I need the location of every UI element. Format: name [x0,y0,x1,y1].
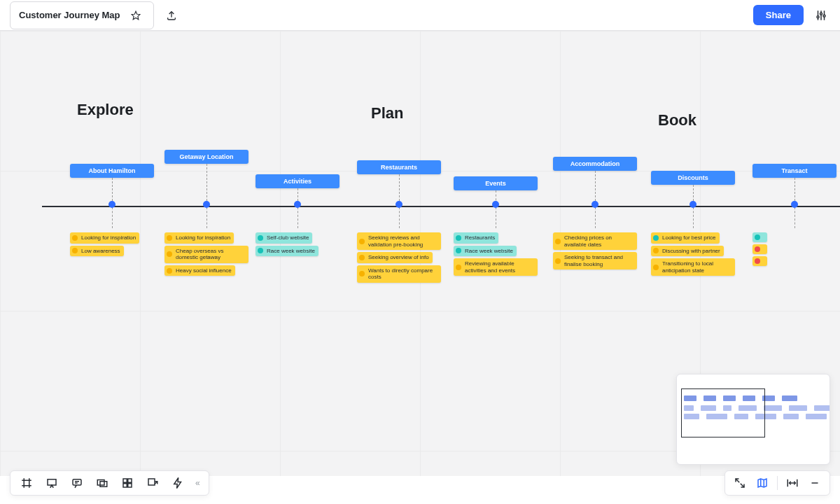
note-bullet-icon [167,235,172,241]
note-item[interactable]: Looking for best price [651,232,720,244]
favorite-star-icon[interactable] [127,6,145,24]
note-item[interactable]: Self-club website [255,232,312,244]
upload-icon[interactable] [162,6,181,24]
cards-icon[interactable] [92,472,113,493]
note-item[interactable]: Checking prices on available dates [553,232,637,250]
node-notes: Looking for inspirationCheap overseas vs… [164,232,248,276]
node-label[interactable]: Accommodation [553,157,637,171]
note-item[interactable]: Seeking reviews and validation pre-booki… [357,232,441,250]
journey-node-transact[interactable]: Transact [752,164,836,266]
node-stem-down [496,207,496,228]
svg-point-3 [823,15,825,17]
node-notes: Checking prices on available datesSeekin… [553,232,637,270]
note-item[interactable]: Race week website [454,246,517,257]
phase-plan: Plan [371,104,403,122]
node-label[interactable]: Discounts [651,171,735,185]
note-item[interactable]: Heavy social influence [164,265,235,276]
note-text: Seeking to transact and finalise booking [564,254,634,267]
present-icon[interactable] [41,472,62,493]
node-label[interactable]: Restaurants [357,160,441,174]
node-label[interactable]: About Hamilton [70,164,154,178]
journey-node-about[interactable]: About HamiltonLooking for inspirationLow… [70,164,154,256]
node-label[interactable]: Events [454,176,538,190]
share-button[interactable]: Share [753,5,804,25]
node-dot [492,201,499,208]
note-bullet-icon [653,248,659,253]
fullscreen-icon[interactable] [729,472,750,493]
journey-node-activities[interactable]: ActivitiesSelf-club websiteRace week web… [255,174,340,256]
note-text: Low awareness [81,248,120,255]
header: Customer Journey Map Share [0,0,840,31]
note-item[interactable]: Looking for inspiration [70,232,139,244]
note-bullet-icon [555,258,561,264]
svg-rect-19 [128,484,132,487]
svg-rect-13 [73,479,81,485]
note-text: Reviewing available activities and event… [465,260,534,274]
node-dot [203,201,210,208]
note-bullet-icon [456,248,461,253]
note-text: Restaurants [465,234,495,241]
note-item[interactable]: Restaurants [454,232,498,244]
note-item[interactable]: Seeking to transact and finalise booking [553,252,637,270]
svg-point-1 [817,15,819,18]
frame-view-icon[interactable] [16,472,37,493]
svg-rect-16 [123,479,127,482]
note-item[interactable] [752,256,767,266]
node-label[interactable]: Activities [255,174,340,188]
minimap-viewport[interactable] [681,388,765,438]
app-root: Customer Journey Map Share Explore Plan … [0,0,840,504]
note-bullet-icon [258,248,263,253]
comments-view-icon[interactable] [66,472,88,493]
note-item[interactable]: Cheap overseas vs domestic getaway [164,246,248,263]
note-item[interactable]: Wants to directly compare costs [357,265,441,283]
zoom-controls [724,470,830,496]
grid-icon[interactable] [117,472,138,493]
note-item[interactable]: Discussing with partner [651,246,724,257]
note-item[interactable]: Race week website [255,246,318,257]
bolt-icon[interactable] [167,472,188,493]
note-item[interactable] [752,244,767,254]
note-text: Looking for inspiration [81,234,136,241]
note-item[interactable]: Seeking overview of info [357,252,433,263]
node-stem [399,174,400,204]
collapse-chevrons-icon[interactable]: « [192,478,203,488]
node-notes: RestaurantsRace week websiteReviewing av… [454,232,538,276]
map-icon[interactable] [752,472,773,493]
node-stem-down [399,207,400,228]
note-item[interactable]: Low awareness [70,246,124,257]
node-notes [752,232,836,266]
journey-node-accommodation[interactable]: AccommodationChecking prices on availabl… [553,157,637,270]
note-text: Race week website [465,248,513,255]
node-stem-down [794,207,795,228]
note-bullet-icon [359,271,365,276]
node-stem-down [298,207,298,228]
node-notes: Looking for best priceDiscussing with pa… [651,232,735,276]
note-item[interactable]: Reviewing available activities and event… [454,258,538,276]
note-bullet-icon [456,265,461,270]
document-title: Customer Journey Map [19,10,120,20]
note-bullet-icon [359,239,365,244]
node-label[interactable]: Getaway Location [164,150,248,164]
journey-node-getaway[interactable]: Getaway LocationLooking for inspirationC… [164,150,248,276]
zoom-out-icon[interactable] [804,472,825,493]
note-bullet-icon [555,239,561,244]
note-item[interactable] [752,232,767,242]
note-text: Wants to directly compare costs [368,267,438,281]
node-dot [396,201,402,208]
export-icon[interactable] [142,472,163,493]
svg-rect-20 [148,479,155,485]
note-item[interactable]: Transitioning to local anticipation stat… [651,258,735,276]
journey-node-discounts[interactable]: DiscountsLooking for best priceDiscussin… [651,171,735,276]
minimap[interactable] [676,374,830,465]
journey-node-events[interactable]: EventsRestaurantsRace week websiteReview… [454,176,538,276]
note-bullet-icon [755,246,760,252]
node-label[interactable]: Transact [752,164,836,178]
node-notes: Looking for inspirationLow awareness [70,232,154,256]
journey-node-restaurants[interactable]: RestaurantsSeeking reviews and validatio… [357,160,441,283]
note-item[interactable]: Looking for inspiration [164,232,234,244]
bottom-toolbar: « [10,470,209,496]
settings-sliders-icon[interactable] [812,6,830,24]
fit-width-icon[interactable] [782,472,803,493]
svg-rect-18 [123,484,127,487]
document-title-box[interactable]: Customer Journey Map [10,1,154,29]
